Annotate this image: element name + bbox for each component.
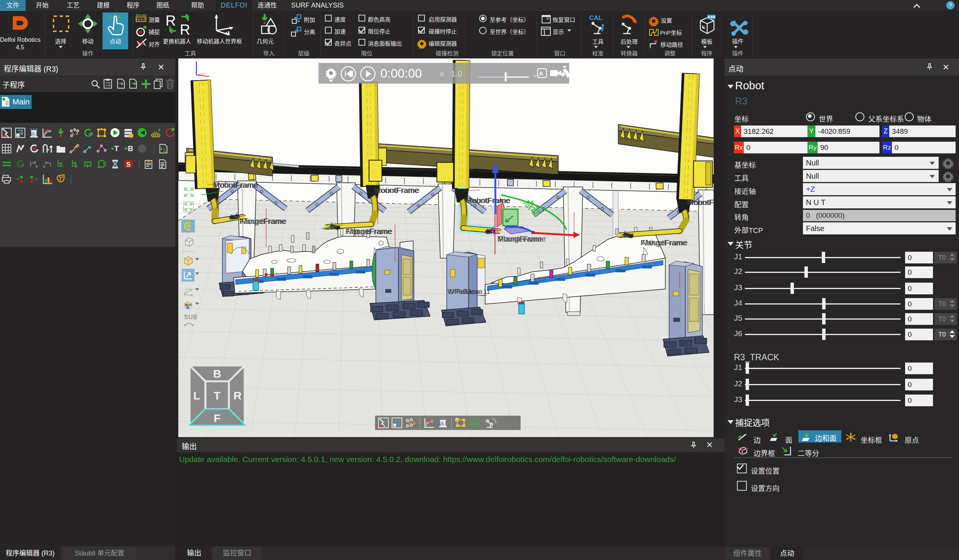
svg-text:R: R (233, 389, 242, 402)
svg-text:UfPaMesa_1: UfPaMesa_1 (449, 288, 491, 296)
svg-text:RobotFra: RobotFra (688, 198, 714, 207)
svg-text:S: S (163, 148, 166, 153)
svg-text:FlangeFrame: FlangeFrame (499, 234, 546, 243)
svg-text:A: A (31, 131, 35, 137)
svg-text:T: T (114, 144, 119, 153)
svg-text:T: T (214, 389, 220, 402)
svg-text:L: L (193, 389, 200, 402)
svg-text:MountFrame: MountFrame (642, 238, 687, 247)
svg-text:F: F (214, 412, 220, 424)
svg-text:RobotFrame: RobotFrame (376, 186, 419, 194)
svg-text:B: B (213, 368, 221, 380)
svg-text:R: R (166, 13, 176, 29)
svg-text:S: S (126, 161, 131, 168)
svg-text:A: A (539, 70, 543, 76)
svg-text:R: R (180, 22, 190, 36)
svg-text:MountFrame: MountFrame (241, 217, 286, 225)
svg-text:A: A (440, 420, 444, 426)
svg-text:点动: 点动 (522, 197, 543, 219)
svg-text:B: B (128, 144, 133, 153)
svg-text:CAL: CAL (589, 14, 602, 21)
svg-text:RobotFrame: RobotFrame (467, 196, 511, 205)
svg-text:RobotFrame: RobotFrame (215, 180, 259, 189)
svg-text:MountFrame: MountFrame (347, 227, 392, 235)
